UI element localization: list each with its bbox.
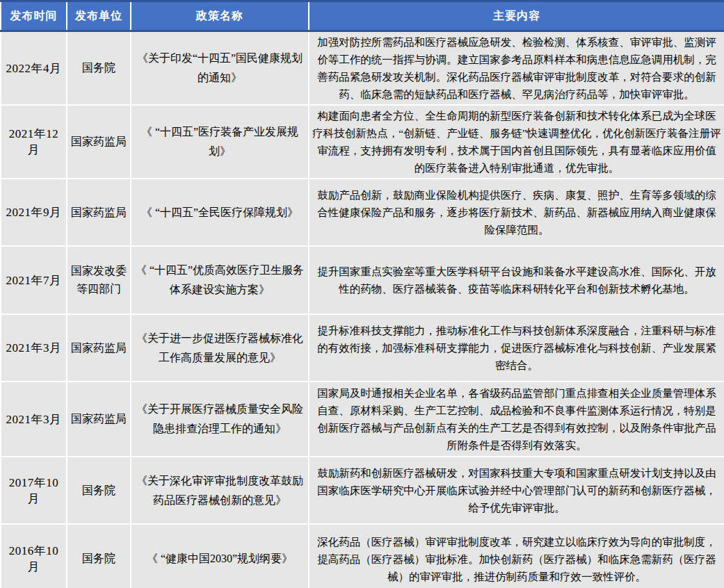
main-content-cell: 加强对防控所需药品和医疗器械应急研发、检验检测、体系核查、审评审批、监测评价等工… <box>309 31 724 106</box>
issuing-unit-cell: 国务院 <box>67 524 131 588</box>
table-row: 2017年10月国务院《关于深化审评审批制度改革鼓励药品医疗器械创新的意见》鼓励… <box>1 457 724 524</box>
policy-name-cell: 《关于深化审评审批制度改革鼓励药品医疗器械创新的意见》 <box>131 457 309 524</box>
policy-name-cell: 《 “健康中国2030”规划纲要》 <box>131 524 309 588</box>
release-date-cell: 2021年7月 <box>1 246 67 314</box>
policy-name-cell: 《 “十四五”医疗装备产业发展规划》 <box>131 105 309 179</box>
main-content-cell: 鼓励产品创新，鼓励商业保险机构提供医疗、疾病、康复、照护、生育等多领域的综合性健… <box>309 179 724 246</box>
issuing-unit-cell: 国家发改委等四部门 <box>67 246 131 314</box>
policy-name-cell: 《关于印发“十四五”国民健康规划的通知》 <box>131 31 309 106</box>
column-header-release-date: 发布时间 <box>1 1 67 31</box>
issuing-unit-cell: 国务院 <box>67 457 131 524</box>
table-row: 2022年4月国务院《关于印发“十四五”国民健康规划的通知》加强对防控所需药品和… <box>1 31 724 106</box>
release-date-cell: 2021年3月 <box>1 382 67 457</box>
policy-name-cell: 《 “十四五”优质高效医疗卫生服务体系建设实施方案》 <box>131 246 309 314</box>
policy-table-body: 2022年4月国务院《关于印发“十四五”国民健康规划的通知》加强对防控所需药品和… <box>1 31 724 588</box>
release-date-cell: 2021年9月 <box>1 179 67 246</box>
issuing-unit-cell: 国家药监局 <box>67 382 131 457</box>
policy-name-cell: 《 “十四五”全民医疗保障规划》 <box>131 179 309 246</box>
column-header-issuing-unit: 发布单位 <box>67 1 131 31</box>
header-row: 发布时间 发布单位 政策名称 主要内容 <box>1 1 724 31</box>
release-date-cell: 2017年10月 <box>1 457 67 524</box>
issuing-unit-cell: 国家药监局 <box>67 105 131 179</box>
column-header-main-content: 主要内容 <box>309 1 724 31</box>
table-row: 2021年12月国家药监局《 “十四五”医疗装备产业发展规划》构建面向患者全方位… <box>1 105 724 179</box>
policy-table-header: 发布时间 发布单位 政策名称 主要内容 <box>1 1 724 31</box>
policy-name-cell: 《关于开展医疗器械质量安全风险隐患排查治理工作的通知》 <box>131 382 309 457</box>
main-content-cell: 提升标准科技支撑能力，推动标准化工作与科技创新体系深度融合，注重科研与标准的有效… <box>309 314 724 382</box>
main-content-cell: 深化药品（医疗器械）审评审批制度改革，研究建立以临床疗效为导向的审批制度，提高药… <box>309 524 724 588</box>
release-date-cell: 2022年4月 <box>1 31 67 106</box>
main-content-cell: 提升国家重点实验室等重大医学科研平台设施和装备水平建设高水准、国际化、开放性的药… <box>309 246 724 314</box>
table-row: 2021年9月国家药监局《 “十四五”全民医疗保障规划》鼓励产品创新，鼓励商业保… <box>1 179 724 246</box>
issuing-unit-cell: 国家药监局 <box>67 314 131 382</box>
main-content-cell: 鼓励新药和创新医疗器械研发，对国家科技重大专项和国家重点研发计划支持以及由国家临… <box>309 457 724 524</box>
release-date-cell: 2021年12月 <box>1 105 67 179</box>
issuing-unit-cell: 国家药监局 <box>67 179 131 246</box>
table-row: 2021年7月国家发改委等四部门《 “十四五”优质高效医疗卫生服务体系建设实施方… <box>1 246 724 314</box>
table-row: 2021年3月国家药监局《关于开展医疗器械质量安全风险隐患排查治理工作的通知》国… <box>1 382 724 457</box>
policy-name-cell: 《关于进一步促进医疗器械标准化工作高质量发展的意见》 <box>131 314 309 382</box>
main-content-cell: 国家局及时通报相关企业名单，各省级药品监管部门重点排查相关企业质量管理体系自查、… <box>309 382 724 457</box>
main-content-cell: 构建面向患者全方位、全生命周期的新型医疗装备创新和技术转化体系已成为全球医疗科技… <box>309 105 724 179</box>
policy-table: 发布时间 发布单位 政策名称 主要内容 2022年4月国务院《关于印发“十四五”… <box>0 0 724 588</box>
issuing-unit-cell: 国务院 <box>67 31 131 106</box>
table-row: 2016年10月国务院《 “健康中国2030”规划纲要》深化药品（医疗器械）审评… <box>1 524 724 588</box>
table-row: 2021年3月国家药监局《关于进一步促进医疗器械标准化工作高质量发展的意见》提升… <box>1 314 724 382</box>
release-date-cell: 2016年10月 <box>1 524 67 588</box>
release-date-cell: 2021年3月 <box>1 314 67 382</box>
column-header-policy-name: 政策名称 <box>131 1 309 31</box>
